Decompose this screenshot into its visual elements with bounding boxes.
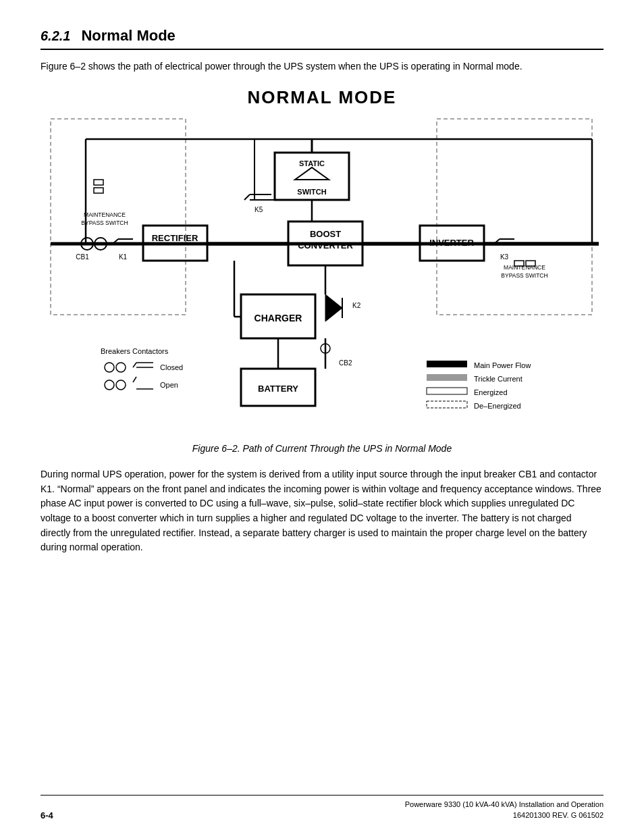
svg-rect-1	[437, 119, 592, 315]
svg-text:CONVERTER: CONVERTER	[298, 240, 353, 251]
k3-label: K3	[500, 253, 509, 261]
svg-point-47	[116, 363, 126, 372]
section-header: 6.2.1 Normal Mode	[41, 27, 603, 50]
svg-point-46	[105, 363, 114, 372]
diagram-svg: CB1 K1 RECTIFIER BOOST CONVERTER INVERTE…	[45, 112, 599, 436]
static-switch-label-1: STATIC	[299, 159, 325, 167]
svg-text:BYPASS SWITCH: BYPASS SWITCH	[501, 272, 547, 279]
page-footer: 6-4 Powerware 9330 (10 kVA-40 kVA) Insta…	[41, 795, 603, 820]
diagram-container: CB1 K1 RECTIFIER BOOST CONVERTER INVERTE…	[41, 112, 603, 436]
charger-label: CHARGER	[254, 313, 302, 323]
footer-line1: Powerware 9330 (10 kVA-40 kVA) Installat…	[405, 800, 603, 810]
k2-label: K2	[352, 302, 361, 309]
closed-label: Closed	[160, 363, 183, 371]
open-label: Open	[160, 381, 178, 389]
static-switch-label-2: SWITCH	[297, 188, 326, 196]
svg-rect-56	[427, 374, 467, 381]
energized-label: Energized	[474, 388, 508, 396]
svg-marker-40	[325, 294, 342, 321]
boost-converter-label: BOOST	[310, 229, 341, 239]
body-text: During normal UPS operation, power for t…	[41, 467, 603, 555]
k5-label: K5	[254, 206, 263, 213]
rectifier-label: RECTIFIER	[152, 233, 198, 243]
battery-label: BATTERY	[258, 384, 298, 394]
inverter-label: INVERTER	[429, 238, 474, 248]
svg-text:BYPASS SWITCH: BYPASS SWITCH	[81, 219, 128, 226]
svg-line-53	[133, 377, 136, 382]
svg-point-52	[116, 380, 126, 390]
svg-rect-57	[427, 388, 467, 394]
footer-line2: 164201300 REV. G 061502	[405, 810, 603, 820]
svg-rect-33	[94, 188, 103, 193]
page: 6.2.1 Normal Mode Figure 6–2 shows the p…	[0, 0, 644, 834]
svg-rect-58	[427, 401, 467, 408]
main-power-flow-label: Main Power Flow	[474, 361, 531, 369]
svg-line-23	[244, 194, 250, 200]
intro-text: Figure 6–2 shows the path of electrical …	[41, 59, 603, 74]
k1-label: K1	[119, 253, 128, 261]
trickle-current-label: Trickle Current	[474, 375, 522, 383]
footer-right: Powerware 9330 (10 kVA-40 kVA) Installat…	[405, 800, 603, 820]
svg-marker-22	[295, 167, 329, 180]
section-number: 6.2.1	[41, 28, 70, 44]
section-title: Normal Mode	[81, 27, 175, 45]
svg-rect-55	[427, 361, 467, 367]
svg-point-51	[105, 380, 114, 390]
maintenance-bypass-left-label: MAINTENANCE	[84, 211, 126, 218]
cb1-label: CB1	[76, 253, 89, 261]
diagram-title: NORMAL MODE	[41, 87, 603, 108]
figure-caption: Figure 6–2. Path of Current Through the …	[41, 443, 603, 454]
svg-line-48	[133, 363, 136, 367]
svg-rect-32	[94, 180, 103, 185]
maintenance-bypass-right-label: MAINTENANCE	[504, 264, 545, 271]
page-number: 6-4	[41, 810, 53, 820]
breakers-contactors-label: Breakers Contactors	[101, 347, 169, 355]
cb2-label: CB2	[339, 359, 352, 367]
de-energized-label: De–Energized	[474, 402, 521, 410]
